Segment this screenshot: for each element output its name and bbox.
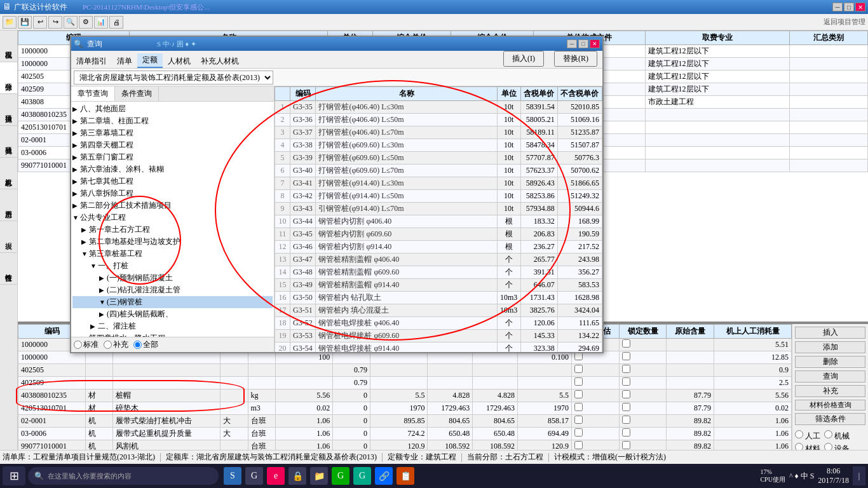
tree-tab-chapter[interactable]: 章节查询	[71, 86, 115, 101]
quota-row[interactable]: 14 G3-48 钢管桩精割盖帽 φ609.60 个 391.31 356.27	[275, 266, 602, 279]
vtab-gongcheng-gaokuang[interactable]: 工程概况	[0, 30, 17, 62]
insert-top-btn[interactable]: 插入(I)	[498, 50, 549, 68]
insert-btn[interactable]: 插入	[795, 327, 865, 339]
quota-row[interactable]: 6 G3-40 打钢管桩(φ609.60) L≤70m 10t 57623.37…	[275, 165, 602, 177]
add-btn[interactable]: 添加	[795, 341, 865, 353]
tab-dinge[interactable]: 定额	[137, 53, 163, 68]
tree-item[interactable]: ▶第六章油漆、涂料、裱糊	[72, 163, 273, 175]
quota-row[interactable]: 1 G3-35 打钢管桩(φ406.40) L≤30m 10t 58391.54…	[275, 101, 602, 114]
bottom-table-row[interactable]: 402505 0.79 0.9	[18, 364, 792, 377]
tree-item[interactable]: ▶第二部分施工技术措施项目	[72, 200, 273, 212]
vtab-fuhe-jianche[interactable]: 符合性检查	[0, 253, 17, 285]
tree-item[interactable]: ▶(四)桩头钢筋截断、	[72, 308, 273, 320]
dialog-close-btn[interactable]: ✕	[590, 39, 600, 48]
tree-item[interactable]: ▶第八章拆除工程	[72, 187, 273, 200]
tree-item[interactable]: ▶二、灌注桩	[72, 320, 273, 332]
tab-qingdan-zhiyin[interactable]: 清单指引	[71, 55, 112, 68]
toolbar-icon-5[interactable]: 🔍	[64, 16, 78, 29]
tree-item[interactable]: ▶第三章幕墙工程	[72, 127, 273, 139]
quota-row[interactable]: 10 G3-44 钢管桩内切割 φ406.40 根 183.32 168.99	[275, 215, 602, 228]
tree-item[interactable]: ▶第二章地基处理与边坡支护	[72, 236, 273, 248]
quota-row[interactable]: 7 G3-41 打钢管桩(φ914.40) L≤30m 10t 58926.43…	[275, 177, 602, 190]
taskbar-app-3[interactable]: e	[267, 467, 285, 485]
radio-equipment[interactable]: 设备	[824, 443, 850, 450]
quota-row[interactable]: 8 G3-42 打钢管桩(φ914.40) L≤50m 10t 58253.86…	[275, 190, 602, 203]
taskbar-search[interactable]: 🔍 在这里输入你要搜索的内容	[28, 467, 219, 485]
tab-qingdan[interactable]: 清单	[112, 55, 137, 68]
insert-button[interactable]: 插入(I)	[503, 51, 544, 67]
bottom-table-row[interactable]: 990771010001 机 风割机 台班 1.06 0 120.9 108.5…	[18, 440, 792, 451]
tree-item[interactable]: ▼公共专业工程	[72, 212, 273, 224]
dialog-min-btn[interactable]: ─	[567, 39, 577, 48]
tree-item[interactable]: ▶(二)钻孔灌注混凝土管	[72, 284, 273, 296]
taskbar-app-7[interactable]: G	[353, 467, 371, 485]
quota-row[interactable]: 13 G3-47 钢管桩精割盖帽 φ406.40 个 265.77 243.98	[275, 254, 602, 266]
taskbar-app-8[interactable]: 🔗	[375, 467, 393, 485]
radio-machine[interactable]: 机械	[824, 430, 850, 442]
toolbar-icon-2[interactable]: 💾	[18, 16, 32, 29]
quota-row[interactable]: 9 G3-43 引钢管桩(φ914.40) L≤70m 10t 57934.88…	[275, 203, 602, 215]
tree-item[interactable]: ▼第三章桩基工程	[72, 248, 273, 260]
quota-row[interactable]: 4 G3-38 打钢管桩(φ609.60) L≤30m 10t 58478.34…	[275, 139, 602, 152]
quota-row[interactable]: 18 G3-52 钢管桩电焊接桩 φ406.40 个 120.06 111.65	[275, 317, 602, 330]
quota-row[interactable]: 5 G3-39 打钢管桩(φ609.60) L≤50m 10t 57707.87…	[275, 152, 602, 165]
radio-material[interactable]: 材料	[795, 443, 820, 450]
bottom-table-row[interactable]: 03-0006 机 履带式起重机提升质量 大 台班 1.06 0 724.2 6…	[18, 428, 792, 440]
restore-btn[interactable]: □	[844, 3, 854, 11]
radio-all-tree[interactable]: 全部	[133, 339, 158, 350]
toolbar-icon-1[interactable]: 📁	[3, 16, 17, 29]
tree-item[interactable]: ▼一、打桩	[72, 260, 273, 272]
tree-item[interactable]: ▼(三)钢管桩	[72, 296, 273, 308]
dialog-max-btn[interactable]: □	[578, 39, 588, 48]
show-desktop-btn[interactable]: |	[853, 466, 865, 485]
delete-btn[interactable]: 删除	[795, 356, 865, 368]
taskbar-app-4[interactable]: 🔒	[288, 467, 306, 485]
bottom-table-row[interactable]: 402509 0.79 2.5	[18, 377, 792, 390]
radio-standard[interactable]: 标准	[74, 339, 98, 350]
tree-item[interactable]: ▶(一)预制钢筋混凝土	[72, 272, 273, 284]
taskbar-app-9[interactable]: 📋	[397, 467, 414, 485]
supplement-btn[interactable]: 补充	[795, 385, 865, 397]
toolbar-icon-8[interactable]: 🖨	[109, 16, 123, 29]
toolbar-icon-3[interactable]: ↩	[33, 16, 47, 29]
taskbar-app-5[interactable]: 📁	[310, 467, 328, 485]
tree-item[interactable]: ▶第四章天棚工程	[72, 139, 273, 151]
taskbar-app-2[interactable]: G	[245, 467, 263, 485]
quota-row[interactable]: 20 G3-54 钢管桩电焊接桩 φ914.40 个 323.38 294.69	[275, 342, 602, 353]
quota-row[interactable]: 19 G3-53 钢管桩电焊接桩 φ609.60 个 145.33 134.22	[275, 330, 602, 342]
start-button[interactable]: ⊞	[3, 466, 25, 485]
toolbar-icon-7[interactable]: 📊	[94, 16, 108, 29]
filter-cond-btn[interactable]: 筛选条件	[795, 413, 865, 425]
quota-row[interactable]: 11 G3-45 钢管桩内切割 φ609.60 根 206.83 190.59	[275, 228, 602, 241]
vtab-qita-xiangmu[interactable]: 其他项目	[0, 126, 17, 158]
toolbar-icon-4[interactable]: ↪	[48, 16, 62, 29]
taskbar-app-1[interactable]: S	[224, 467, 241, 485]
quota-row[interactable]: 12 G3-46 钢管桩内切割 φ914.40 根 236.27 217.52	[275, 241, 602, 254]
tab-buchong-rencaiji[interactable]: 补充人材机	[196, 55, 244, 68]
minimize-btn[interactable]: ─	[832, 3, 843, 11]
vtab-fenbu-fengxiang[interactable]: 分部分项	[0, 62, 17, 94]
taskbar-app-6[interactable]: G	[332, 467, 349, 485]
replace-button[interactable]: 替换(R)	[554, 51, 597, 67]
tree-item[interactable]: ▶第一章土石方工程	[72, 224, 273, 236]
vtab-feiyong-huizong[interactable]: 费用汇总	[0, 189, 17, 221]
radio-supplement[interactable]: 补充	[104, 339, 128, 350]
tree-item[interactable]: ▶第四章排水、降水工程	[72, 332, 273, 337]
tree-item[interactable]: ▶第五章门窗工程	[72, 151, 273, 163]
quota-row[interactable]: 3 G3-37 打钢管桩(φ406.40) L≤70m 10t 58189.11…	[275, 126, 602, 139]
bottom-table-row[interactable]: 02-0001 机 履带式柴油打桩机冲击 大 台班 1.06 0 895.85 …	[18, 415, 792, 428]
close-btn[interactable]: ✕	[855, 3, 865, 11]
tree-item[interactable]: ▶八、其他面层	[72, 103, 273, 115]
tree-item[interactable]: ▶第七章其他工程	[72, 175, 273, 187]
quota-row[interactable]: 2 G3-36 打钢管桩(φ406.40) L≤50m 10t 58005.21…	[275, 114, 602, 126]
vtab-baobiao[interactable]: 报表	[0, 221, 17, 253]
tab-rencaiji[interactable]: 人材机	[163, 55, 196, 68]
material-price-btn[interactable]: 材料价格查询	[795, 400, 865, 410]
vtab-rencaiji-huizong[interactable]: 人材机汇总	[0, 158, 17, 189]
query-btn[interactable]: 查询	[795, 370, 865, 383]
bottom-table-row[interactable]: 403808010235 材 桩帽 kg 5.56 0 5.5 4.828 4.…	[18, 390, 792, 402]
quota-row[interactable]: 17 G3-51 钢管桩内 填心混凝土 10m3 3825.76 3424.04	[275, 304, 602, 317]
radio-labor[interactable]: 人工	[795, 430, 820, 442]
bottom-table-row[interactable]: 420513010701 材 碎垫木 m3 0.02 0 1970 1729.4…	[18, 402, 792, 415]
tree-tab-condition[interactable]: 条件查询	[115, 86, 159, 101]
